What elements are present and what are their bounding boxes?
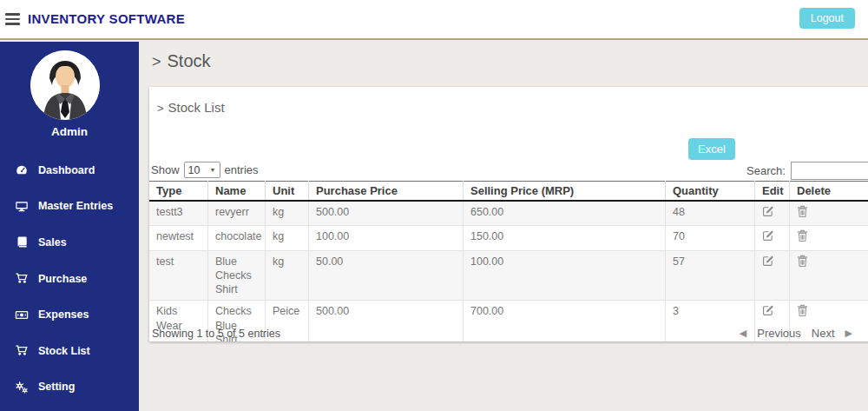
cell-quantity: 70 xyxy=(666,226,755,250)
trash-icon[interactable] xyxy=(797,255,808,268)
search-control: Search: xyxy=(746,162,868,180)
hamburger-menu-icon[interactable] xyxy=(5,13,21,28)
top-bar: INVENTORY SOFTWARE Logout xyxy=(0,0,868,40)
avatar xyxy=(30,50,100,120)
cell-unit: kg xyxy=(266,226,309,250)
cell-quantity: 57 xyxy=(666,250,755,301)
trash-icon[interactable] xyxy=(797,304,808,317)
sidebar-item-master-entries[interactable]: Master Entries xyxy=(0,189,139,225)
shopping-cart-icon xyxy=(14,272,30,285)
excel-export-button[interactable]: Excel xyxy=(688,138,735,160)
sidebar-item-label: Sales xyxy=(38,236,67,249)
cell-purchase-price: 50.00 xyxy=(309,250,464,301)
sidebar-item-label: Dashboard xyxy=(38,164,95,176)
cell-purchase-price: 500.00 xyxy=(309,301,464,341)
search-label: Search: xyxy=(746,164,786,177)
col-name[interactable]: Name xyxy=(208,182,266,202)
col-edit[interactable]: Edit xyxy=(755,182,790,202)
chevron-right-icon: > xyxy=(157,102,164,115)
col-purchase-price[interactable]: Purchase Price xyxy=(309,182,464,202)
show-label: Show xyxy=(151,163,180,176)
cell-unit: kg xyxy=(266,201,309,226)
money-icon xyxy=(14,308,30,322)
col-type[interactable]: Type xyxy=(149,182,208,202)
cell-type: test xyxy=(149,250,208,301)
cell-name: revyerr xyxy=(208,201,266,226)
entries-length-control: Show 10 ▼ entries xyxy=(151,162,259,178)
user-name: Admin xyxy=(0,125,139,138)
col-unit[interactable]: Unit xyxy=(266,182,309,202)
main-content: >Stock >Stock List Excel Show 10 ▼ entri… xyxy=(139,42,868,411)
cell-delete xyxy=(790,226,868,250)
cell-delete xyxy=(790,250,868,301)
entries-label: entries xyxy=(225,163,259,176)
sidebar: Admin Dashboard Master Entries Sales xyxy=(0,42,139,411)
cell-unit: kg xyxy=(266,250,309,301)
sidebar-menu: Dashboard Master Entries Sales Purchase xyxy=(0,152,139,405)
cell-type: testt3 xyxy=(149,201,208,226)
col-quantity[interactable]: Quantity xyxy=(666,182,755,202)
table-row: test Blue Checks Shirt kg 50.00 100.00 5… xyxy=(149,250,868,301)
table-body: testt3 revyerr kg 500.00 650.00 48 xyxy=(149,201,868,341)
cell-name: chocolate xyxy=(208,226,266,250)
chevron-right-icon: > xyxy=(152,53,161,70)
trash-icon[interactable] xyxy=(797,205,808,218)
table-info: Showing 1 to 5 of 5 entries xyxy=(152,328,280,340)
panel-title: >Stock List xyxy=(157,100,225,115)
pagination: ◀ Previous Next ▶ xyxy=(740,327,852,340)
inventory-app: INVENTORY SOFTWARE Logout Admin xyxy=(0,0,868,411)
sidebar-item-label: Stock List xyxy=(38,345,90,357)
sidebar-item-purchase[interactable]: Purchase xyxy=(0,261,139,297)
stock-table: Type Name Unit Purchase Price Selling Pr… xyxy=(149,181,868,341)
cell-selling-price: 700.00 xyxy=(464,301,666,341)
col-delete[interactable]: Delete xyxy=(790,182,868,202)
sidebar-item-label: Master Entries xyxy=(38,200,113,212)
cell-purchase-price: 100.00 xyxy=(309,226,464,250)
previous-button[interactable]: Previous xyxy=(757,327,801,340)
app-title: INVENTORY SOFTWARE xyxy=(28,11,185,26)
cell-name: Blue Checks Shirt xyxy=(208,250,266,301)
chevron-down-icon: ▼ xyxy=(210,167,216,173)
cell-quantity: 48 xyxy=(666,201,755,226)
table-row: newtest chocolate kg 100.00 150.00 70 xyxy=(149,226,868,250)
gears-icon xyxy=(14,381,30,394)
desktop-icon xyxy=(14,200,30,213)
cell-edit xyxy=(755,226,790,250)
sidebar-item-stock-list[interactable]: Stock List xyxy=(0,333,139,369)
person-avatar-icon xyxy=(30,50,100,120)
previous-arrow-icon[interactable]: ◀ xyxy=(740,328,746,339)
cell-selling-price: 150.00 xyxy=(464,226,666,250)
sidebar-item-label: Setting xyxy=(38,381,75,393)
cell-edit xyxy=(755,201,790,226)
cell-delete xyxy=(790,201,868,226)
cell-edit xyxy=(755,250,790,301)
shopping-cart-icon xyxy=(14,344,30,357)
cell-type: newtest xyxy=(149,226,208,250)
next-arrow-icon[interactable]: ▶ xyxy=(845,328,852,339)
edit-icon[interactable] xyxy=(762,255,774,267)
edit-icon[interactable] xyxy=(762,205,774,217)
page-title: >Stock xyxy=(152,51,211,71)
page-length-select[interactable]: 10 ▼ xyxy=(184,162,220,178)
sidebar-item-expenses[interactable]: Expenses xyxy=(0,296,139,333)
cell-selling-price: 650.00 xyxy=(464,201,666,226)
sidebar-item-label: Purchase xyxy=(38,273,87,285)
trash-icon[interactable] xyxy=(797,229,808,242)
edit-icon[interactable] xyxy=(762,229,774,242)
edit-icon[interactable] xyxy=(762,304,774,316)
dashboard-icon xyxy=(14,163,30,176)
cell-purchase-price: 500.00 xyxy=(309,201,464,226)
sidebar-item-setting[interactable]: Setting xyxy=(0,369,139,406)
cell-selling-price: 100.00 xyxy=(464,250,666,301)
sidebar-item-dashboard[interactable]: Dashboard xyxy=(0,152,139,189)
logout-button[interactable]: Logout xyxy=(799,8,855,29)
sidebar-item-sales[interactable]: Sales xyxy=(0,224,139,261)
sidebar-item-label: Expenses xyxy=(38,308,89,321)
table-row: testt3 revyerr kg 500.00 650.00 48 xyxy=(149,201,868,226)
next-button[interactable]: Next xyxy=(812,327,835,340)
stock-list-panel: >Stock List Excel Show 10 ▼ entries Sear… xyxy=(149,87,868,341)
col-selling-price[interactable]: Selling Price (MRP) xyxy=(464,182,666,202)
book-icon xyxy=(14,235,30,249)
table-header-row: Type Name Unit Purchase Price Selling Pr… xyxy=(149,182,868,202)
search-input[interactable] xyxy=(791,162,868,180)
